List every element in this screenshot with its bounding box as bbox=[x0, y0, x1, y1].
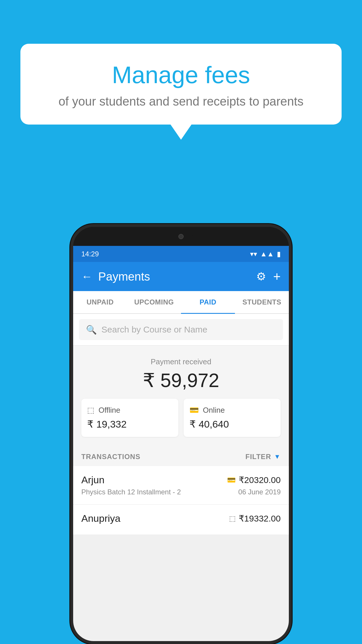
online-icon: 💳 bbox=[189, 406, 199, 415]
phone-container: 14:29 ▾▾ ▲▲ ▮ ← Payments ⚙ + UNPAID bbox=[70, 224, 292, 644]
settings-icon[interactable]: ⚙ bbox=[256, 270, 266, 283]
filter-button[interactable]: FILTER ▼ bbox=[245, 453, 281, 461]
student-name: Arjun bbox=[81, 474, 104, 486]
phone-camera bbox=[178, 234, 184, 239]
bubble-title: Manage fees bbox=[38, 61, 324, 89]
filter-label: FILTER bbox=[245, 453, 271, 461]
offline-icon: ⬚ bbox=[87, 406, 94, 415]
payment-received-label: Payment received bbox=[81, 357, 281, 366]
amount-area: ⬚ ₹19332.00 bbox=[229, 513, 281, 524]
signal-icon: ▲▲ bbox=[260, 250, 274, 258]
phone-notch-area bbox=[73, 227, 289, 246]
online-amount: ₹ 40,640 bbox=[189, 418, 275, 430]
payment-summary: Payment received ₹ 59,972 ⬚ Offline ₹ 19… bbox=[73, 346, 289, 446]
speech-bubble: Manage fees of your students and send re… bbox=[20, 44, 342, 125]
row-bottom: Physics Batch 12 Installment - 2 06 June… bbox=[81, 488, 281, 496]
date-info: 06 June 2019 bbox=[238, 488, 281, 496]
tab-bar: UNPAID UPCOMING PAID STUDENTS bbox=[73, 291, 289, 314]
offline-payment-icon: ⬚ bbox=[229, 514, 236, 523]
total-amount: ₹ 59,972 bbox=[81, 369, 281, 392]
search-box[interactable]: 🔍 Search by Course or Name bbox=[79, 319, 283, 340]
payment-cards: ⬚ Offline ₹ 19,332 💳 Online ₹ 40,640 bbox=[81, 399, 281, 437]
online-card: 💳 Online ₹ 40,640 bbox=[184, 399, 281, 437]
power-button bbox=[70, 300, 73, 335]
status-icons: ▾▾ ▲▲ ▮ bbox=[250, 250, 281, 258]
table-row[interactable]: Anupriya ⬚ ₹19332.00 bbox=[73, 505, 289, 535]
phone-body: 14:29 ▾▾ ▲▲ ▮ ← Payments ⚙ + UNPAID bbox=[70, 224, 292, 644]
amount-value: ₹20320.00 bbox=[239, 475, 281, 485]
offline-card: ⬚ Offline ₹ 19,332 bbox=[81, 399, 178, 437]
tab-upcoming[interactable]: UPCOMING bbox=[127, 291, 181, 313]
online-label: Online bbox=[203, 406, 225, 415]
search-icon: 🔍 bbox=[86, 325, 97, 335]
filter-icon: ▼ bbox=[274, 453, 281, 461]
phone-screen: 14:29 ▾▾ ▲▲ ▮ ← Payments ⚙ + UNPAID bbox=[73, 246, 289, 641]
speech-bubble-container: Manage fees of your students and send re… bbox=[20, 44, 342, 125]
amount-value: ₹19332.00 bbox=[239, 513, 281, 524]
status-time: 14:29 bbox=[81, 250, 99, 258]
offline-label: Offline bbox=[99, 406, 120, 415]
bubble-subtitle: of your students and send receipts to pa… bbox=[38, 94, 324, 108]
phone-notch bbox=[169, 231, 193, 242]
tab-paid[interactable]: PAID bbox=[181, 291, 235, 313]
card-payment-icon: 💳 bbox=[227, 476, 236, 484]
app-bar: ← Payments ⚙ + bbox=[73, 262, 289, 291]
volume-down-button bbox=[289, 314, 292, 338]
row-top: Anupriya ⬚ ₹19332.00 bbox=[81, 513, 281, 524]
search-area: 🔍 Search by Course or Name bbox=[73, 314, 289, 346]
add-button[interactable]: + bbox=[273, 269, 281, 284]
wifi-icon: ▾▾ bbox=[250, 250, 257, 258]
course-info: Physics Batch 12 Installment - 2 bbox=[81, 488, 181, 496]
table-row[interactable]: Arjun 💳 ₹20320.00 Physics Batch 12 Insta… bbox=[73, 466, 289, 505]
transaction-list: Arjun 💳 ₹20320.00 Physics Batch 12 Insta… bbox=[73, 466, 289, 535]
page-title: Payments bbox=[98, 270, 256, 283]
transactions-label: TRANSACTIONS bbox=[81, 453, 140, 461]
volume-up-button bbox=[289, 285, 292, 309]
tab-unpaid[interactable]: UNPAID bbox=[73, 291, 127, 313]
search-input[interactable]: Search by Course or Name bbox=[101, 325, 208, 335]
student-name: Anupriya bbox=[81, 513, 120, 524]
battery-icon: ▮ bbox=[277, 250, 281, 258]
online-card-header: 💳 Online bbox=[189, 406, 275, 415]
offline-card-header: ⬚ Offline bbox=[87, 406, 173, 415]
back-button[interactable]: ← bbox=[81, 270, 92, 283]
amount-area: 💳 ₹20320.00 bbox=[227, 475, 281, 485]
tab-students[interactable]: STUDENTS bbox=[235, 291, 289, 313]
status-bar: 14:29 ▾▾ ▲▲ ▮ bbox=[73, 246, 289, 262]
offline-amount: ₹ 19,332 bbox=[87, 418, 173, 430]
row-top: Arjun 💳 ₹20320.00 bbox=[81, 474, 281, 486]
transactions-header: TRANSACTIONS FILTER ▼ bbox=[73, 446, 289, 466]
